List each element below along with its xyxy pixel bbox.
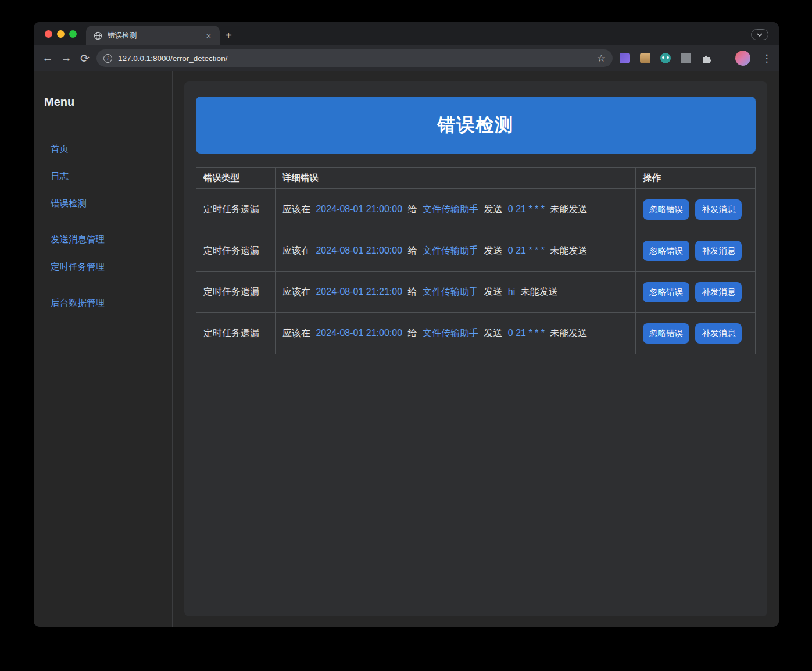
sidebar-item-scheduled-task-management[interactable]: 定时任务管理 — [44, 254, 172, 281]
detail-mid: 给 — [407, 204, 417, 214]
detail-mid: 发送 — [484, 204, 502, 214]
table-row: 定时任务遗漏 应该在 2024-08-01 21:00:00 给 文件传输助手 … — [196, 189, 756, 230]
resend-message-button[interactable]: 补发消息 — [695, 282, 742, 302]
detail-contact-value: 文件传输助手 — [423, 328, 478, 338]
error-detail-cell: 应该在 2024-08-01 21:00:00 给 文件传输助手 发送 0 21… — [276, 313, 636, 354]
table-header-row: 错误类型 详细错误 操作 — [196, 168, 756, 189]
detail-suffix: 未能发送 — [550, 328, 587, 338]
tab-title: 错误检测 — [108, 31, 203, 41]
back-button[interactable]: ← — [38, 49, 57, 67]
extensions-puzzle-icon[interactable] — [701, 52, 713, 64]
detail-suffix: 未能发送 — [550, 204, 587, 214]
reload-button[interactable]: ⟳ — [76, 49, 94, 67]
profile-avatar[interactable] — [735, 51, 750, 66]
sidebar-title: Menu — [44, 95, 172, 109]
error-type-cell: 定时任务遗漏 — [196, 230, 276, 272]
detail-payload-value: 0 21 * * * — [508, 245, 545, 255]
resend-message-button[interactable]: 补发消息 — [695, 199, 742, 220]
detail-time-value: 2024-08-01 21:00:00 — [316, 245, 402, 255]
globe-icon — [94, 31, 102, 40]
actions-cell: 忽略错误 补发消息 — [636, 313, 756, 354]
tab-close-icon[interactable]: × — [203, 31, 214, 41]
ignore-error-button[interactable]: 忽略错误 — [643, 241, 689, 261]
error-type-cell: 定时任务遗漏 — [196, 313, 276, 354]
detail-prefix: 应该在 — [282, 204, 310, 214]
extension-icon-tan[interactable] — [640, 53, 650, 63]
column-header-error-type: 错误类型 — [196, 168, 276, 189]
detail-time-value: 2024-08-01 21:00:00 — [316, 328, 402, 338]
actions-cell: 忽略错误 补发消息 — [636, 230, 756, 272]
column-header-actions: 操作 — [636, 168, 756, 189]
actions-cell: 忽略错误 补发消息 — [636, 189, 756, 230]
table-row: 定时任务遗漏 应该在 2024-08-01 21:00:00 给 文件传输助手 … — [196, 313, 756, 354]
detail-prefix: 应该在 — [282, 287, 310, 297]
detail-prefix: 应该在 — [282, 245, 310, 255]
detail-prefix: 应该在 — [282, 328, 310, 338]
detail-suffix: 未能发送 — [521, 287, 558, 297]
browser-toolbar: ← → ⟳ i 127.0.0.1:8000/error_detection/ … — [34, 45, 779, 71]
minimize-window-button[interactable] — [57, 30, 65, 38]
ignore-error-button[interactable]: 忽略错误 — [643, 282, 689, 302]
new-tab-button[interactable]: + — [220, 26, 237, 45]
address-bar[interactable]: i 127.0.0.1:8000/error_detection/ ☆ — [96, 49, 613, 67]
ignore-error-button[interactable]: 忽略错误 — [643, 199, 689, 220]
close-window-button[interactable] — [45, 30, 52, 38]
detail-payload-value: 0 21 * * * — [508, 328, 545, 338]
error-detail-cell: 应该在 2024-08-01 21:21:00 给 文件传输助手 发送 hi 未… — [276, 272, 636, 313]
table-row: 定时任务遗漏 应该在 2024-08-01 21:00:00 给 文件传输助手 … — [196, 230, 756, 272]
detail-contact-value: 文件传输助手 — [423, 204, 478, 214]
sidebar-item-error-detection[interactable]: 错误检测 — [44, 190, 172, 217]
sidebar-item-backend-data-management[interactable]: 后台数据管理 — [44, 290, 172, 317]
error-detail-cell: 应该在 2024-08-01 21:00:00 给 文件传输助手 发送 0 21… — [276, 230, 636, 272]
detail-time-value: 2024-08-01 21:00:00 — [316, 204, 402, 214]
detail-contact-value: 文件传输助手 — [423, 287, 478, 297]
page-title: 错误检测 — [438, 113, 514, 137]
extension-icon-teal[interactable] — [660, 53, 671, 63]
detail-mid: 发送 — [484, 245, 502, 255]
error-type-cell: 定时任务遗漏 — [196, 272, 276, 313]
detail-mid: 给 — [407, 328, 417, 338]
main-content: 错误检测 错误类型 详细错误 操作 定时任务遗漏 — [173, 71, 779, 627]
column-header-error-detail: 详细错误 — [276, 168, 636, 189]
sidebar-item-send-message-management[interactable]: 发送消息管理 — [44, 226, 172, 254]
detail-payload-value: hi — [508, 287, 515, 297]
tab-search-button[interactable] — [751, 29, 768, 40]
detail-mid: 发送 — [484, 328, 502, 338]
error-type-cell: 定时任务遗漏 — [196, 189, 276, 230]
detail-mid: 给 — [407, 287, 417, 297]
detail-time-value: 2024-08-01 21:21:00 — [316, 287, 402, 297]
page-body: Menu 首页 日志 错误检测 发送消息管理 定时任务管理 后台数据管理 错误检… — [34, 71, 779, 627]
table-row: 定时任务遗漏 应该在 2024-08-01 21:21:00 给 文件传输助手 … — [196, 272, 756, 313]
toolbar-divider — [724, 53, 724, 63]
url-text[interactable]: 127.0.0.1:8000/error_detection/ — [118, 54, 597, 63]
tab-strip: 错误检测 × + — [34, 22, 779, 45]
extension-icon-gray[interactable] — [681, 53, 691, 63]
resend-message-button[interactable]: 补发消息 — [695, 323, 742, 344]
detail-contact-value: 文件传输助手 — [423, 245, 478, 255]
window-controls — [34, 22, 86, 45]
site-info-icon[interactable]: i — [103, 54, 112, 63]
page-header-banner: 错误检测 — [196, 97, 756, 154]
bookmark-star-icon[interactable]: ☆ — [597, 52, 606, 65]
fullscreen-window-button[interactable] — [69, 30, 77, 38]
sidebar-item-logs[interactable]: 日志 — [44, 163, 172, 190]
content-panel: 错误检测 错误类型 详细错误 操作 定时任务遗漏 — [184, 81, 767, 616]
resend-message-button[interactable]: 补发消息 — [695, 241, 742, 261]
ignore-error-button[interactable]: 忽略错误 — [643, 323, 689, 344]
error-table: 错误类型 详细错误 操作 定时任务遗漏 应该在 2024-08-01 21:00… — [196, 167, 756, 354]
detail-payload-value: 0 21 * * * — [508, 204, 545, 214]
detail-suffix: 未能发送 — [550, 245, 587, 255]
detail-mid: 发送 — [484, 287, 502, 297]
forward-button[interactable]: → — [57, 49, 76, 67]
extensions-area: ⋮ — [620, 51, 773, 66]
sidebar-item-home[interactable]: 首页 — [44, 135, 172, 163]
sidebar-divider — [44, 222, 160, 222]
browser-tab[interactable]: 错误检测 × — [86, 26, 220, 45]
browser-menu-icon[interactable]: ⋮ — [760, 52, 773, 65]
sidebar-divider — [44, 285, 160, 285]
extension-icon-purple[interactable] — [620, 53, 630, 63]
error-detail-cell: 应该在 2024-08-01 21:00:00 给 文件传输助手 发送 0 21… — [276, 189, 636, 230]
chevron-down-icon — [757, 33, 763, 37]
detail-mid: 给 — [407, 245, 417, 255]
browser-window: 错误检测 × + ← → ⟳ i 127.0.0.1:8000/error_de… — [34, 22, 779, 627]
